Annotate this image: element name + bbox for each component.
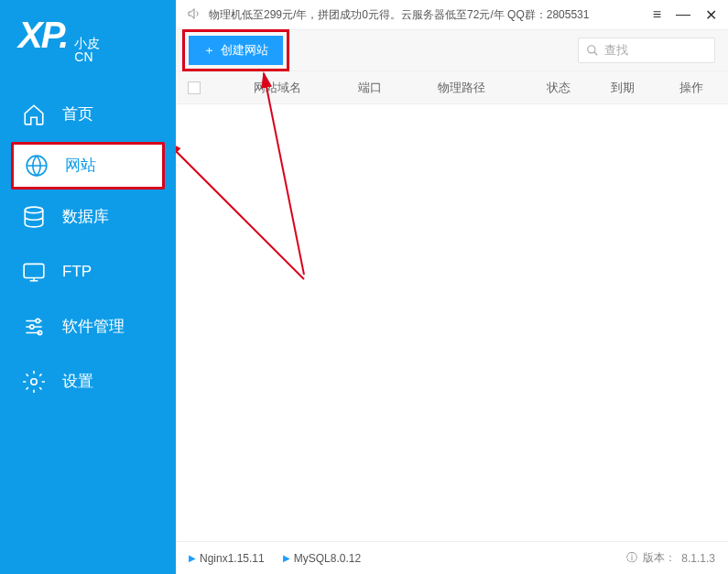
svg-point-1 [25, 207, 43, 213]
create-website-button[interactable]: ＋ 创建网站 [189, 36, 283, 65]
sidebar-item-label: 网站 [65, 155, 96, 176]
sidebar-item-software[interactable]: 软件管理 [0, 299, 176, 354]
topbar: 物理机低至299元/年，拼团成功0元得。云服务器低至72元/年 QQ群：2805… [176, 0, 728, 29]
gear-icon [22, 370, 46, 394]
play-icon: ▶ [189, 553, 196, 563]
menu-button[interactable]: ≡ [653, 6, 661, 24]
svg-point-6 [31, 379, 38, 385]
sidebar-item-label: FTP [62, 263, 92, 281]
globe-icon [25, 154, 49, 178]
th-path: 物理路径 [397, 80, 527, 96]
sliders-icon [22, 315, 46, 339]
sidebar-item-database[interactable]: 数据库 [0, 190, 176, 244]
svg-point-7 [588, 46, 595, 53]
table-header: 网站域名 端口 物理路径 状态 到期 操作 [176, 71, 728, 104]
search-icon [586, 44, 599, 57]
status-right: ⓘ 版本： 8.1.1.3 [626, 550, 715, 566]
database-icon [22, 205, 46, 229]
sidebar-item-label: 软件管理 [62, 316, 125, 337]
home-icon [22, 103, 46, 126]
th-action: 操作 [655, 80, 728, 96]
th-port: 端口 [342, 80, 397, 96]
sidebar-item-website[interactable]: 网站 [11, 142, 165, 190]
sidebar-item-settings[interactable]: 设置 [0, 354, 176, 409]
version-value: 8.1.1.3 [681, 552, 715, 565]
minimize-button[interactable]: — [676, 6, 690, 24]
sidebar-item-label: 数据库 [62, 206, 109, 227]
svg-point-4 [30, 325, 34, 329]
th-expire: 到期 [591, 80, 655, 96]
sidebar-item-label: 首页 [62, 103, 93, 125]
logo-main: XP. [18, 15, 67, 56]
window-controls: ≡ — ✕ [653, 6, 717, 24]
create-label: 创建网站 [221, 42, 268, 59]
sidebar-item-label: 设置 [62, 371, 93, 392]
sidebar: XP. 小皮 CN 首页 网站 数据库 FTP 软件管理 [0, 0, 176, 574]
announcement-text: 物理机低至299元/年，拼团成功0元得。云服务器低至72元/年 QQ群：2805… [209, 7, 589, 23]
sidebar-item-ftp[interactable]: FTP [0, 244, 176, 299]
logo: XP. 小皮 CN [0, 0, 176, 87]
service-nginx[interactable]: ▶ Nginx1.15.11 [189, 552, 265, 565]
svg-rect-2 [24, 264, 44, 277]
version-label: 版本： [643, 550, 676, 566]
toolbar: ＋ 创建网站 查找 [176, 29, 728, 71]
sidebar-item-home[interactable]: 首页 [0, 87, 176, 142]
select-all-checkbox[interactable] [188, 81, 201, 94]
svg-point-3 [36, 319, 39, 322]
service-mysql[interactable]: ▶ MySQL8.0.12 [283, 552, 361, 565]
logo-sub: 小皮 CN [74, 37, 100, 65]
table-body [176, 104, 728, 541]
monitor-icon [22, 260, 46, 284]
search-input[interactable]: 查找 [578, 38, 715, 63]
th-checkbox [176, 81, 212, 94]
main-area: 物理机低至299元/年，拼团成功0元得。云服务器低至72元/年 QQ群：2805… [176, 0, 728, 574]
info-icon: ⓘ [626, 550, 637, 566]
play-icon: ▶ [283, 553, 290, 563]
close-button[interactable]: ✕ [705, 6, 717, 24]
th-status: 状态 [527, 80, 591, 96]
statusbar: ▶ Nginx1.15.11 ▶ MySQL8.0.12 ⓘ 版本： 8.1.1… [176, 541, 728, 574]
plus-icon: ＋ [203, 42, 215, 59]
search-placeholder: 查找 [604, 42, 628, 59]
speaker-icon [187, 6, 201, 24]
th-domain: 网站域名 [212, 80, 342, 96]
